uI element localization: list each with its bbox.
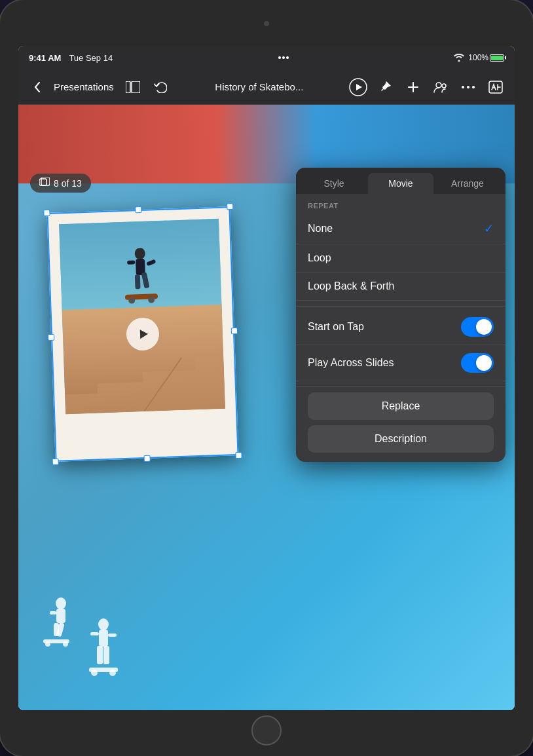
svg-rect-23 xyxy=(50,611,56,614)
panel-tabs: Style Movie Arrange xyxy=(296,168,505,194)
add-button[interactable] xyxy=(402,76,424,98)
handle-bl[interactable] xyxy=(52,459,59,465)
handle-bm[interactable] xyxy=(143,455,150,462)
separator-2 xyxy=(296,387,505,387)
svg-rect-33 xyxy=(97,646,103,664)
stairs-detail xyxy=(64,356,225,414)
play-across-slides-row: Play Across Slides xyxy=(296,345,505,381)
slides-icon xyxy=(39,178,50,189)
repeat-loop-back-option[interactable]: Loop Back & Forth xyxy=(296,273,505,301)
wifi-icon xyxy=(454,54,464,62)
navigator-toggle[interactable] xyxy=(122,76,144,98)
svg-rect-13 xyxy=(127,260,135,264)
home-button[interactable] xyxy=(251,715,282,746)
status-right: 100% xyxy=(454,53,504,62)
undo-button[interactable] xyxy=(149,76,172,98)
repeat-loop-option[interactable]: Loop xyxy=(296,244,505,273)
handle-tm[interactable] xyxy=(135,206,141,213)
svg-rect-14 xyxy=(146,259,156,266)
svg-rect-0 xyxy=(126,81,130,93)
separator-1 xyxy=(296,306,505,307)
svg-rect-31 xyxy=(90,632,99,635)
skater-silhouette-1 xyxy=(38,597,84,658)
svg-rect-16 xyxy=(141,272,150,288)
handle-ml[interactable] xyxy=(48,334,54,341)
repeat-none-option[interactable]: None ✓ xyxy=(296,214,505,244)
ipad-frame: 9:41 AM Tue Sep 14 100% xyxy=(0,0,533,756)
document-title: History of Skatebo... xyxy=(177,81,342,92)
repeat-loop-back-label: Loop Back & Forth xyxy=(308,280,395,292)
svg-point-36 xyxy=(91,670,98,676)
repeat-loop-label: Loop xyxy=(308,252,331,264)
video-thumbnail xyxy=(59,219,225,414)
toolbar: Presentations History of Skatebo... xyxy=(18,69,515,105)
canvas-area[interactable]: 8 of 13 xyxy=(18,105,515,710)
status-date: Tue Sep 14 xyxy=(69,53,113,63)
format-button[interactable] xyxy=(485,76,507,98)
back-button[interactable] xyxy=(26,76,48,98)
slide-counter[interactable]: 8 of 13 xyxy=(30,174,91,193)
tab-movie[interactable]: Movie xyxy=(368,173,433,194)
tab-style[interactable]: Style xyxy=(301,173,367,194)
play-icon xyxy=(136,328,150,341)
svg-rect-9 xyxy=(39,179,46,185)
handle-tl[interactable] xyxy=(43,210,50,216)
svg-rect-34 xyxy=(103,646,109,664)
start-on-tap-toggle[interactable] xyxy=(461,317,494,337)
presentations-link[interactable]: Presentations xyxy=(54,81,114,92)
handle-br[interactable] xyxy=(235,452,242,459)
svg-point-6 xyxy=(467,86,469,88)
svg-point-37 xyxy=(109,670,116,676)
video-content xyxy=(59,219,225,414)
svg-point-7 xyxy=(472,86,475,88)
video-object[interactable] xyxy=(46,206,238,462)
panel-content: REPEAT None ✓ Loop Loop Back & Forth xyxy=(296,194,505,453)
start-on-tap-row: Start on Tap xyxy=(296,309,505,345)
svg-rect-32 xyxy=(108,633,117,637)
replace-button[interactable]: Replace xyxy=(308,392,494,420)
status-bar: 9:41 AM Tue Sep 14 100% xyxy=(18,46,515,69)
skater-silhouette-2 xyxy=(84,618,123,690)
handle-mr[interactable] xyxy=(231,328,238,334)
battery-percent: 100% xyxy=(468,53,488,62)
svg-point-29 xyxy=(98,618,109,630)
tab-arrange[interactable]: Arrange xyxy=(435,173,500,194)
svg-rect-15 xyxy=(135,274,141,289)
status-left: 9:41 AM Tue Sep 14 xyxy=(29,53,113,63)
skater-figure xyxy=(117,247,164,307)
svg-point-21 xyxy=(56,597,66,609)
repeat-none-label: None xyxy=(308,223,333,235)
more-options-button[interactable] xyxy=(457,76,479,98)
battery-indicator: 100% xyxy=(468,53,504,62)
toggle-knob-1 xyxy=(476,319,492,335)
play-across-slides-label: Play Across Slides xyxy=(308,357,394,369)
play-button[interactable] xyxy=(347,76,369,98)
svg-point-3 xyxy=(436,83,441,88)
collaborate-button[interactable] xyxy=(430,76,452,98)
svg-point-11 xyxy=(134,247,145,259)
svg-point-28 xyxy=(63,641,68,647)
slide-counter-text: 8 of 13 xyxy=(54,178,82,189)
toggle-knob-2 xyxy=(476,355,492,371)
svg-rect-30 xyxy=(99,630,108,647)
pin-button[interactable] xyxy=(375,76,397,98)
status-time: 9:41 AM xyxy=(29,53,61,63)
svg-point-4 xyxy=(442,84,446,88)
status-dots xyxy=(278,56,289,59)
handle-tr[interactable] xyxy=(227,203,233,210)
format-panel: Style Movie Arrange REPEAT None ✓ Loop xyxy=(296,168,505,462)
svg-rect-1 xyxy=(132,81,140,93)
svg-point-5 xyxy=(462,86,464,88)
ipad-screen: 9:41 AM Tue Sep 14 100% xyxy=(18,46,515,710)
start-on-tap-label: Start on Tap xyxy=(308,321,364,333)
repeat-label: REPEAT xyxy=(296,194,505,214)
svg-point-27 xyxy=(45,641,50,647)
svg-rect-22 xyxy=(56,609,65,623)
camera-dot xyxy=(264,21,269,26)
play-across-slides-toggle[interactable] xyxy=(461,353,494,373)
description-button[interactable]: Description xyxy=(308,425,494,453)
repeat-none-check: ✓ xyxy=(484,221,494,236)
